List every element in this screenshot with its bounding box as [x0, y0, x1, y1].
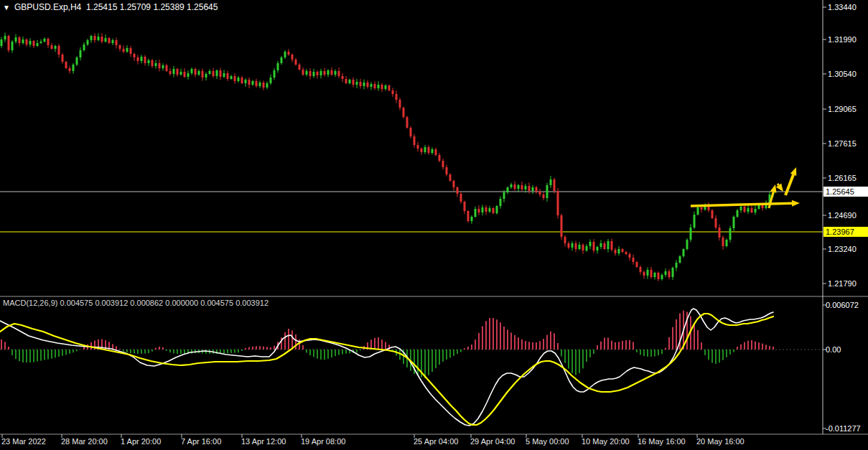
chart-canvas[interactable]	[0, 0, 868, 450]
time-axis-label: 25 Apr 04:00	[414, 437, 458, 446]
hist-bar-down	[571, 350, 573, 373]
hist-bar-up	[611, 341, 612, 350]
candle-down	[536, 187, 538, 192]
candle-down	[615, 250, 617, 253]
candle-down	[202, 71, 204, 78]
hist-bar-down	[51, 350, 52, 359]
candle-up	[647, 270, 649, 276]
candle-down	[263, 83, 265, 88]
candle-down	[668, 271, 671, 277]
hist-bar-down	[241, 350, 243, 351]
hist-bar-down	[449, 350, 451, 358]
candle-up	[686, 240, 689, 249]
hist-bar-up	[245, 348, 246, 350]
hist-bar-up	[751, 340, 752, 350]
hist-bar-down	[446, 350, 447, 360]
price-axis-label: 1.33440	[828, 3, 857, 12]
hist-bar-up	[514, 335, 515, 350]
candle-down	[744, 207, 746, 212]
candle-down	[701, 207, 703, 210]
candle-down	[396, 94, 398, 100]
candle-down	[116, 40, 118, 45]
candle-up	[579, 245, 581, 249]
hist-bar-up	[1, 339, 2, 350]
hist-bar-down	[227, 350, 228, 353]
hist-bar-down	[141, 350, 142, 354]
candle-up	[758, 205, 760, 209]
candle-up	[475, 209, 477, 217]
candle-up	[518, 185, 520, 189]
candle-down	[633, 258, 635, 262]
candle-down	[453, 181, 455, 187]
candle-down	[248, 80, 251, 85]
candle-down	[353, 80, 355, 85]
candle-down	[604, 243, 606, 249]
hist-bar-down	[151, 350, 153, 352]
hist-bar-up	[259, 346, 261, 350]
candle-down	[543, 194, 545, 198]
candle-up	[155, 63, 157, 66]
candle-down	[288, 52, 290, 55]
candle-down	[561, 215, 563, 237]
candlestick-series	[1, 33, 775, 281]
hist-bar-down	[589, 350, 591, 357]
hist-bar-down	[22, 350, 24, 362]
candle-down	[227, 73, 229, 79]
candle-up	[335, 71, 337, 75]
hist-bar-down	[442, 350, 444, 362]
candle-down	[449, 174, 452, 181]
hist-bar-up	[618, 342, 620, 350]
hist-bar-up	[607, 338, 609, 350]
hist-bar-up	[773, 347, 774, 350]
hist-bar-down	[148, 350, 149, 353]
candle-down	[33, 41, 35, 46]
candle-down	[439, 155, 441, 161]
candle-down	[478, 209, 480, 212]
candle-down	[101, 37, 103, 42]
hist-bar-up	[284, 332, 286, 350]
hist-bar-up	[744, 342, 745, 350]
hist-bar-down	[11, 350, 13, 355]
yellow-level-badge: 1.23967	[823, 227, 868, 237]
hist-bar-up	[597, 345, 598, 350]
ohlc-values: 1.25415 1.25709 1.25389 1.25645	[86, 2, 218, 12]
hist-bar-down	[26, 350, 27, 362]
hist-bar-down	[593, 350, 594, 354]
hist-bar-down	[47, 350, 49, 360]
candle-down	[399, 100, 401, 108]
candle-down	[762, 205, 764, 208]
candle-down	[414, 136, 416, 145]
hist-bar-down	[65, 350, 67, 355]
candle-up	[550, 179, 552, 185]
hist-bar-up	[550, 332, 551, 350]
candle-down	[410, 128, 412, 136]
time-axis-label: 1 Apr 20:00	[121, 437, 161, 446]
hist-bar-down	[144, 350, 146, 354]
price-axis-label: 1.30540	[828, 70, 857, 79]
candle-down	[177, 69, 179, 75]
candle-up	[238, 78, 240, 81]
candle-down	[622, 249, 624, 252]
hist-bar-down	[658, 350, 659, 355]
candle-down	[151, 60, 154, 66]
hist-bar-down	[134, 350, 135, 353]
candle-down	[719, 228, 721, 238]
candle-down	[557, 191, 559, 215]
candle-down	[19, 37, 21, 43]
candle-up	[503, 192, 505, 199]
candle-up	[489, 208, 491, 212]
hist-bar-down	[184, 350, 185, 354]
hist-bar-down	[123, 350, 124, 352]
candle-down	[435, 149, 437, 155]
candle-down	[421, 149, 423, 152]
hist-bar-up	[496, 319, 498, 350]
candle-down	[636, 262, 638, 267]
dropdown-triangle-icon[interactable]: ▼	[3, 4, 10, 11]
trading-chart-window[interactable]: ▼GBPUSD.Exp,H4 1.25415 1.25709 1.25389 1…	[0, 0, 868, 450]
candle-up	[284, 52, 286, 57]
candle-up	[370, 84, 373, 87]
hist-bar-up	[510, 332, 512, 350]
candle-down	[575, 243, 577, 249]
candle-down	[388, 85, 391, 90]
hist-bar-down	[44, 350, 45, 360]
